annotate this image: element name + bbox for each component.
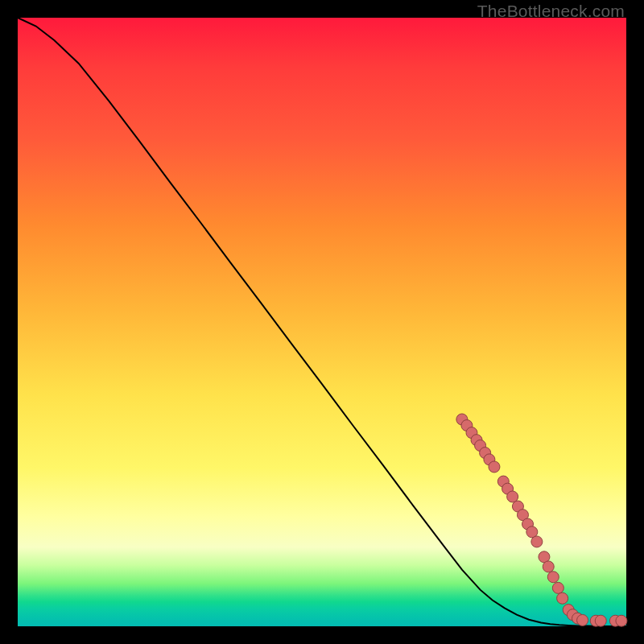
data-point <box>547 572 559 583</box>
data-point <box>552 582 564 593</box>
data-point <box>557 592 568 604</box>
chart-svg <box>18 18 626 626</box>
data-point <box>577 614 588 625</box>
data-point <box>543 561 554 572</box>
data-markers <box>456 414 627 626</box>
data-point <box>489 461 500 473</box>
data-point <box>616 615 627 626</box>
data-point <box>531 536 543 547</box>
plot-area <box>18 18 626 626</box>
chart-frame <box>18 18 626 626</box>
data-point <box>595 615 606 626</box>
